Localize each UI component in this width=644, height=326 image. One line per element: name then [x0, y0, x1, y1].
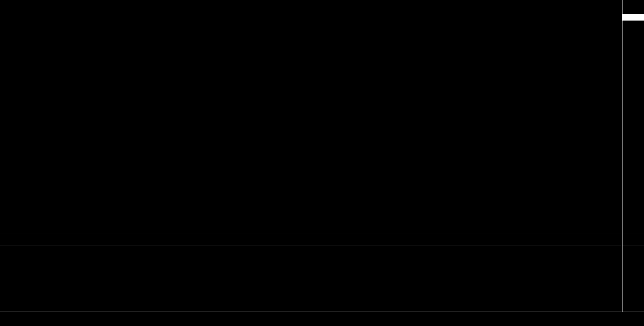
price-axis[interactable] [622, 0, 644, 312]
main-chart-area[interactable] [0, 0, 622, 232]
stc-bar-panel[interactable] [0, 233, 622, 246]
stc-curve-panel[interactable] [0, 246, 622, 312]
mt4-chart-window [0, 0, 644, 326]
time-axis[interactable] [0, 312, 644, 326]
